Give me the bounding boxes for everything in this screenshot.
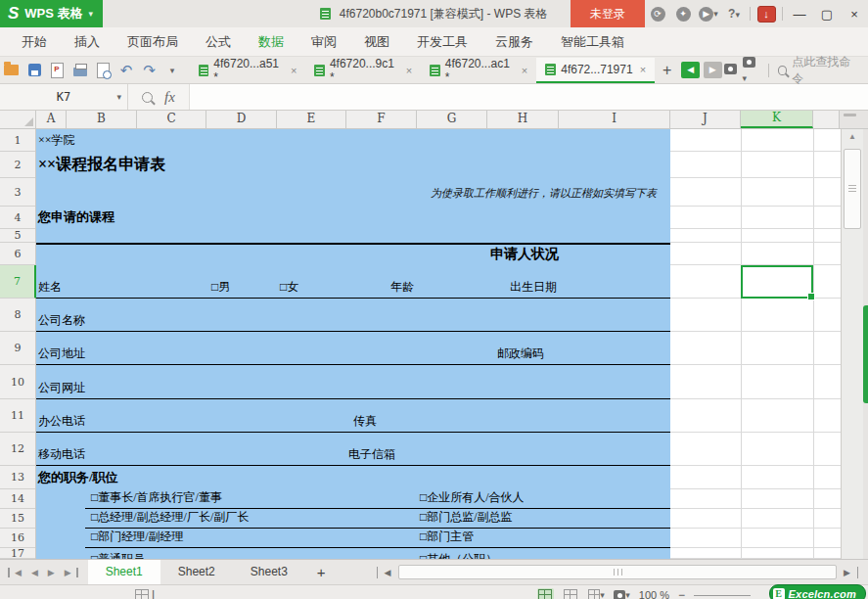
- empty-cells-row-10[interactable]: [670, 365, 841, 399]
- close-button[interactable]: ×: [841, 7, 868, 22]
- form-cell-row-10[interactable]: 公司网址: [36, 365, 670, 399]
- empty-cells-row-16[interactable]: [670, 529, 841, 548]
- document-tab-0[interactable]: 4f6720...a51 *×: [190, 58, 306, 83]
- prev-sheet-icon[interactable]: ◀: [26, 568, 43, 577]
- print-icon[interactable]: [69, 60, 91, 81]
- column-header-K[interactable]: K: [741, 111, 813, 128]
- form-cell-row-4[interactable]: 您申请的课程: [36, 207, 670, 229]
- horizontal-scrollbar[interactable]: ◀ ▶: [377, 565, 858, 579]
- empty-cells-row-2[interactable]: [670, 152, 841, 178]
- empty-cells-row-8[interactable]: [670, 299, 841, 332]
- select-all-corner[interactable]: [0, 111, 36, 128]
- form-cell-row-6[interactable]: 申请人状况: [36, 243, 670, 265]
- document-tab-2[interactable]: 4f6720...ac1 *×: [421, 58, 536, 83]
- reading-view-button[interactable]: ▾: [614, 588, 630, 599]
- redo-icon[interactable]: ↷: [138, 60, 160, 81]
- column-header-I[interactable]: I: [559, 111, 670, 128]
- column-header-D[interactable]: D: [206, 111, 277, 128]
- menu-item-5[interactable]: 审阅: [297, 27, 350, 56]
- tab-back-button[interactable]: ◀: [681, 62, 700, 78]
- normal-view-button[interactable]: [537, 588, 554, 599]
- row-header-3[interactable]: 3: [0, 178, 35, 207]
- page-break-view-button[interactable]: [563, 588, 579, 599]
- form-cell-row-13[interactable]: 您的职务/职位: [36, 466, 670, 489]
- empty-cells-row-14[interactable]: [670, 489, 841, 509]
- row-header-1[interactable]: 1: [0, 129, 35, 152]
- form-cell-row-7[interactable]: 姓名□男□女年龄出生日期: [36, 265, 670, 299]
- vertical-scroll-thumb[interactable]: [844, 149, 861, 229]
- column-header-G[interactable]: G: [417, 111, 487, 128]
- empty-cells-row-9[interactable]: [670, 332, 841, 365]
- undo-icon[interactable]: ↶: [114, 60, 137, 81]
- zoom-out-button[interactable]: −: [678, 588, 685, 599]
- row-header-7[interactable]: 7: [0, 265, 36, 299]
- row-header-10[interactable]: 10: [0, 365, 35, 399]
- arrange-icon[interactable]: ▾: [743, 57, 759, 84]
- row-header-15[interactable]: 15: [0, 509, 35, 529]
- column-header-A[interactable]: A: [36, 111, 67, 128]
- form-cell-row-16[interactable]: □部门经理/副经理□部门主管: [36, 529, 670, 548]
- column-header-J[interactable]: J: [670, 111, 741, 128]
- first-sheet-icon[interactable]: ◀: [8, 568, 26, 577]
- form-cell-row-3[interactable]: 为使录取工作顺利进行，请以正楷如实填写下表: [36, 178, 670, 207]
- last-sheet-icon[interactable]: ▶: [60, 568, 78, 577]
- vertical-scrollbar[interactable]: ▲: [841, 129, 863, 559]
- new-document-button[interactable]: +: [655, 62, 679, 79]
- empty-cells-row-4[interactable]: [670, 207, 841, 229]
- column-header-E[interactable]: E: [277, 111, 346, 128]
- zoom-slider[interactable]: [694, 595, 751, 596]
- form-cell-row-17[interactable]: □普通职员□其他（公职）: [36, 548, 670, 559]
- refresh-icon[interactable]: ⟳: [645, 6, 670, 22]
- empty-cells-row-1[interactable]: [670, 129, 841, 152]
- row-header-5[interactable]: 5: [0, 229, 35, 243]
- document-tab-3[interactable]: 4f672...71971×: [536, 58, 655, 83]
- scroll-right-icon[interactable]: ▶: [841, 568, 853, 577]
- column-header-B[interactable]: B: [67, 111, 137, 128]
- toolbar-more-icon[interactable]: ▾: [160, 60, 183, 81]
- menu-item-1[interactable]: 插入: [61, 27, 114, 56]
- command-search-input[interactable]: 点此查找命令: [778, 54, 860, 87]
- sheet-tab-sheet1[interactable]: Sheet1: [88, 560, 160, 584]
- row-header-16[interactable]: 16: [0, 529, 35, 548]
- row-header-6[interactable]: 6: [0, 243, 35, 265]
- empty-cells-row-13[interactable]: [670, 466, 841, 489]
- row-header-8[interactable]: 8: [0, 299, 35, 332]
- play-mode-icon[interactable]: ▶▾: [696, 6, 721, 22]
- next-sheet-icon[interactable]: ▶: [43, 568, 60, 577]
- column-header-F[interactable]: F: [346, 111, 417, 128]
- form-cell-row-9[interactable]: 公司地址邮政编码: [36, 332, 670, 365]
- menu-item-8[interactable]: 云服务: [481, 27, 547, 56]
- form-cell-row-14[interactable]: □董事长/首席执行官/董事□企业所有人/合伙人: [36, 489, 670, 509]
- empty-cells-row-6[interactable]: [670, 243, 841, 265]
- menu-item-0[interactable]: 开始: [8, 27, 61, 56]
- row-header-9[interactable]: 9: [0, 332, 35, 365]
- active-cell-selection[interactable]: [741, 265, 813, 299]
- close-tab-icon[interactable]: ×: [406, 65, 412, 76]
- empty-cells-row-17[interactable]: [670, 548, 841, 559]
- app-logo[interactable]: S WPS 表格 ▾: [0, 0, 103, 27]
- column-header-H[interactable]: H: [487, 111, 559, 128]
- form-cell-row-8[interactable]: 公司名称: [36, 299, 670, 332]
- column-header-C[interactable]: C: [137, 111, 206, 128]
- save-icon[interactable]: [23, 60, 45, 81]
- menu-item-4[interactable]: 数据: [245, 27, 297, 56]
- scroll-left-icon[interactable]: ◀: [382, 568, 394, 577]
- skin-icon[interactable]: ✦: [670, 6, 696, 22]
- formula-input[interactable]: [190, 84, 868, 110]
- menu-item-9[interactable]: 智能工具箱: [547, 27, 638, 56]
- form-cell-row-5[interactable]: [36, 229, 670, 243]
- form-cell-row-2[interactable]: ××课程报名申请表: [36, 152, 670, 178]
- menu-item-6[interactable]: 视图: [350, 27, 403, 56]
- maximize-button[interactable]: ▢: [813, 7, 841, 22]
- form-cell-row-1[interactable]: ××学院: [36, 129, 670, 152]
- row-header-4[interactable]: 4: [0, 207, 35, 229]
- close-tab-icon[interactable]: ×: [291, 65, 297, 76]
- close-tab-icon[interactable]: ×: [522, 65, 527, 76]
- open-file-icon[interactable]: [0, 60, 23, 81]
- empty-cells-row-12[interactable]: [670, 433, 841, 466]
- switch-window-icon[interactable]: [724, 64, 737, 77]
- row-header-12[interactable]: 12: [0, 433, 35, 466]
- add-sheet-button[interactable]: +: [305, 564, 338, 580]
- menu-item-2[interactable]: 页面布局: [114, 27, 192, 56]
- row-header-17[interactable]: 17: [0, 548, 35, 559]
